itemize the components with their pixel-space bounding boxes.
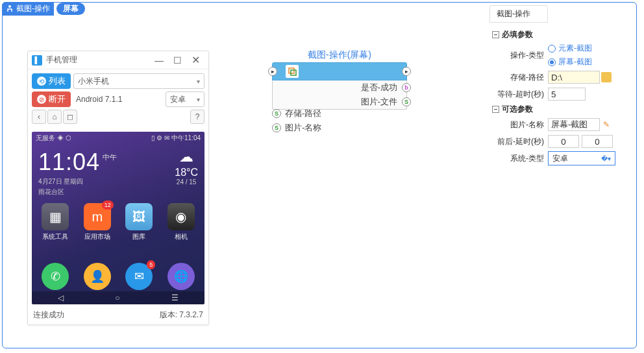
exec-out-port[interactable]: ▸ xyxy=(402,67,411,76)
field-label: 图片-名称 xyxy=(492,119,548,130)
dock-browser[interactable]: 🌐 xyxy=(167,263,195,290)
app-systools[interactable]: ▦系统工具 xyxy=(37,203,73,241)
group-required[interactable]: –必填参数 xyxy=(492,29,631,40)
field-delay: 前后-延时(秒) xyxy=(492,134,631,149)
imgname-input[interactable] xyxy=(548,118,600,131)
camera-icon: ◉ xyxy=(167,203,195,230)
chevron-down-icon: ▾ xyxy=(197,96,200,103)
edit-icon[interactable]: ✎ xyxy=(601,119,612,130)
title-label: 截图-操作 xyxy=(2,2,54,16)
app-camera[interactable]: ◉相机 xyxy=(163,203,199,241)
field-label: 操作-类型 xyxy=(492,50,548,61)
minimize-button[interactable]: — xyxy=(150,55,168,66)
version-label: 版本: 7.3.2.7 xyxy=(160,310,203,321)
panel-tab[interactable]: 截图-操作 xyxy=(489,5,548,23)
platform-select[interactable]: 安卓 ▾ xyxy=(166,91,204,107)
device-select[interactable]: 小米手机 ▾ xyxy=(73,73,204,89)
clock-date: 4月27日 星期四 xyxy=(38,177,117,186)
close-button[interactable]: ✕ xyxy=(186,54,204,66)
cloud-icon: ☁ xyxy=(175,149,198,165)
nav-home-icon[interactable]: ○ xyxy=(115,293,119,302)
title-tab: 截图-操作 屏幕 xyxy=(2,2,85,15)
field-label: 存储-路径 xyxy=(492,72,548,83)
title-pill: 屏幕 xyxy=(56,3,85,15)
radio-label: 元素-截图 xyxy=(558,43,592,53)
field-imgname: 图片-名称 ✎ xyxy=(492,117,631,132)
delay-after-input[interactable] xyxy=(582,135,613,148)
weather-temp: 18°C xyxy=(175,167,198,178)
status-bar: 无服务 ◈ ⬡ ▯ ⚙ ✉ 中午11:04 xyxy=(32,132,204,145)
string-port[interactable]: S xyxy=(402,97,411,106)
soft-nav: ◁ ○ ☰ xyxy=(32,291,204,304)
phone-screen[interactable]: 无服务 ◈ ⬡ ▯ ⚙ ✉ 中午11:04 11:04 中午 4月27日 星期四… xyxy=(32,132,204,304)
maximize-button[interactable]: ☐ xyxy=(168,55,186,66)
bool-port[interactable]: b xyxy=(402,83,411,92)
dock-contacts[interactable]: 👤 xyxy=(84,263,111,290)
app-gallery[interactable]: 🖼图库 xyxy=(121,203,157,241)
radio-screen[interactable] xyxy=(548,58,556,66)
system-value: 安卓 xyxy=(552,153,568,164)
phone-footer: 连接成功 版本: 7.3.2.7 xyxy=(28,307,208,324)
statusbar-left: 无服务 ◈ ⬡ xyxy=(36,134,71,143)
field-label: 等待-超时(秒) xyxy=(492,89,548,100)
chevron-down-icon: �▾ xyxy=(601,155,611,162)
phone-titlebar[interactable]: ▌ 手机管理 — ☐ ✕ xyxy=(28,51,208,69)
flow-node[interactable]: 截图-操作(屏幕) ▸ ▸ 是否-成功b 图片-文件S xyxy=(272,49,407,110)
badge: 5 xyxy=(147,260,155,269)
title-text: 截图-操作 xyxy=(16,3,50,14)
platform-value: 安卓 xyxy=(170,94,186,105)
dock-messages[interactable]: ✉5 xyxy=(125,263,153,290)
weather-range: 24 / 15 xyxy=(175,178,198,186)
clock-ampm: 中午 xyxy=(103,152,117,162)
nav-back-button[interactable]: ‹ xyxy=(32,110,46,124)
app-frame: 截图-操作 屏幕 ▌ 手机管理 — ☐ ✕ ⟲ 列表 小米手机 ▾ xyxy=(2,2,637,348)
nav-back-icon[interactable]: ◁ xyxy=(58,293,64,302)
list-label: 列表 xyxy=(49,75,66,87)
phone-controls: ⟲ 列表 小米手机 ▾ ⊘ 断开 Android 7.1.1 安卓 ▾ xyxy=(28,69,208,129)
system-select[interactable]: 安卓 �▾ xyxy=(548,151,615,165)
phone-app-icon: ▌ xyxy=(32,55,42,66)
nav-home-button[interactable]: ⌂ xyxy=(47,110,62,124)
badge: 12 xyxy=(102,201,114,210)
path-input[interactable] xyxy=(548,71,600,84)
forbid-icon: ⊘ xyxy=(37,95,46,104)
field-system: 系统-类型 安卓 �▾ xyxy=(492,151,631,165)
node-inputs-ext: S存储-路径 S图片-名称 xyxy=(272,106,321,135)
radio-label: 屏幕-截图 xyxy=(558,57,592,66)
string-port[interactable]: S xyxy=(272,109,281,118)
delay-before-input[interactable] xyxy=(548,135,579,148)
node-title: 截图-操作(屏幕) xyxy=(272,49,407,61)
svg-point-0 xyxy=(8,5,11,8)
gallery-icon: 🖼 xyxy=(125,203,153,230)
group-optional[interactable]: –可选参数 xyxy=(492,104,631,115)
collapse-icon[interactable]: – xyxy=(492,106,499,113)
connection-status: 连接成功 xyxy=(33,310,64,321)
folder-icon: ▦ xyxy=(42,203,69,230)
person-icon xyxy=(6,5,14,12)
nav-recent-icon[interactable]: ☰ xyxy=(171,293,179,302)
nav-recent-button[interactable]: ◻ xyxy=(63,110,77,124)
radio-element[interactable] xyxy=(548,45,556,53)
node-header[interactable]: ▸ ▸ xyxy=(272,62,407,80)
exec-in-port[interactable]: ▸ xyxy=(268,67,277,76)
refresh-icon: ⟲ xyxy=(37,77,46,86)
app-row: ▦系统工具 m12应用市场 🖼图库 ◉相机 xyxy=(32,199,204,241)
dock-phone[interactable]: ✆ xyxy=(42,263,69,290)
phone-window: ▌ 手机管理 — ☐ ✕ ⟲ 列表 小米手机 ▾ ⊘ 断开 xyxy=(27,51,209,325)
folder-icon[interactable] xyxy=(601,72,612,82)
weather-widget: ☁ 18°C 24 / 15 xyxy=(175,149,198,186)
timeout-input[interactable] xyxy=(548,88,586,101)
collapse-icon[interactable]: – xyxy=(492,31,499,38)
node-body: 是否-成功b 图片-文件S xyxy=(272,80,407,110)
disconnect-button[interactable]: ⊘ 断开 xyxy=(32,91,71,107)
app-store[interactable]: m12应用市场 xyxy=(79,203,116,241)
field-op-type: 操作-类型 元素-截图 屏幕-截图 xyxy=(492,43,631,67)
phone-title: 手机管理 xyxy=(46,55,150,66)
device-value: 小米手机 xyxy=(78,76,109,87)
string-port[interactable]: S xyxy=(272,123,281,132)
store-icon: m12 xyxy=(84,203,111,230)
help-button[interactable]: ? xyxy=(190,110,204,124)
list-button[interactable]: ⟲ 列表 xyxy=(32,73,71,89)
statusbar-right: ▯ ⚙ ✉ 中午11:04 xyxy=(151,134,201,143)
input-name: S图片-名称 xyxy=(272,121,321,135)
